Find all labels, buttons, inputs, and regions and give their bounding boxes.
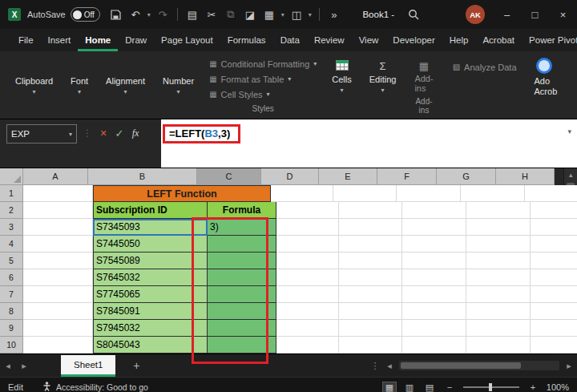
zoom-level[interactable]: 100%	[547, 382, 569, 392]
row-header-7[interactable]: 7	[0, 286, 23, 303]
col-header-d[interactable]: D	[261, 168, 319, 185]
add-ins-button[interactable]: ▦ Add-ins	[414, 60, 433, 93]
menu-draw[interactable]: Draw	[118, 29, 154, 51]
menu-insert[interactable]: Insert	[41, 29, 79, 51]
cell-e7[interactable]	[339, 286, 402, 303]
autosave-toggle[interactable]: AutoSave Off	[27, 7, 100, 22]
save-icon[interactable]	[107, 3, 126, 26]
col-header-b[interactable]: B	[88, 168, 197, 185]
row-header-5[interactable]: 5	[0, 253, 23, 269]
cell-b5[interactable]: S7545089	[93, 253, 208, 269]
cell-d10[interactable]	[276, 337, 339, 354]
cell-f8[interactable]	[402, 303, 466, 320]
formula-bar-expand-icon[interactable]: ▾	[567, 127, 571, 135]
format-painter-icon[interactable]: ◪	[240, 3, 260, 26]
cell-e1[interactable]	[333, 185, 397, 202]
col-header-e[interactable]: E	[319, 168, 377, 185]
row-header-4[interactable]: 4	[0, 236, 23, 253]
page-layout-view-icon[interactable]: ▥	[403, 382, 416, 392]
sheet-tab-sheet1[interactable]: Sheet1	[61, 355, 115, 377]
cell-e3[interactable]	[339, 219, 402, 236]
cell-h10[interactable]	[531, 337, 577, 354]
sheet-options-icon[interactable]: ⋮	[369, 361, 381, 371]
cell-h6[interactable]	[531, 269, 577, 286]
cell-f6[interactable]	[402, 269, 466, 286]
cell-a10[interactable]	[23, 337, 93, 354]
menu-power-pivot[interactable]: Power Pivot	[522, 29, 577, 51]
cell-b8[interactable]: S7845091	[93, 303, 208, 320]
maximize-button[interactable]: □	[521, 0, 549, 29]
more-commands-icon[interactable]: »	[325, 3, 344, 26]
horizontal-scrollbar[interactable]	[399, 361, 559, 370]
cell-c5[interactable]	[208, 253, 276, 269]
cell-e8[interactable]	[339, 303, 402, 320]
hscroll-left-icon[interactable]: ◂	[381, 361, 397, 371]
cell-h5[interactable]	[531, 253, 577, 269]
hscroll-right-icon[interactable]: ▸	[561, 361, 577, 371]
cell-b9[interactable]: S7945032	[93, 320, 208, 337]
cell-e9[interactable]	[339, 320, 402, 337]
cell-a9[interactable]	[23, 320, 93, 337]
undo-icon[interactable]: ↶	[126, 3, 145, 26]
cell-f10[interactable]	[402, 337, 466, 354]
menu-data[interactable]: Data	[273, 29, 307, 51]
cell-f7[interactable]	[402, 286, 466, 303]
cell-e4[interactable]	[339, 236, 402, 253]
cell-b2-subscription-header[interactable]: Subscription ID	[93, 202, 208, 219]
col-header-c[interactable]: C	[197, 168, 261, 185]
borders-icon[interactable]: ▦	[260, 3, 279, 26]
col-header-a[interactable]: A	[23, 168, 88, 185]
cut-icon[interactable]: ✂	[202, 3, 221, 26]
cell-f4[interactable]	[402, 236, 466, 253]
cell-e10[interactable]	[339, 337, 402, 354]
fill-color-icon[interactable]: ◫	[287, 3, 306, 26]
minimize-button[interactable]: –	[493, 0, 521, 29]
cell-c6[interactable]	[208, 269, 276, 286]
undo-dropdown-icon[interactable]: ▾	[145, 11, 153, 18]
cell-b1-merged-title[interactable]: LEFT Function	[93, 185, 271, 202]
cell-styles-button[interactable]: ▦ Cell Styles ▾	[209, 87, 317, 102]
cell-b10[interactable]: S8045043	[93, 337, 208, 354]
conditional-formatting-button[interactable]: ▦ Conditional Formatting ▾	[209, 56, 317, 71]
search-icon[interactable]	[404, 3, 423, 26]
cell-d5[interactable]	[276, 253, 339, 269]
cell-h4[interactable]	[531, 236, 577, 253]
row-header-2[interactable]: 2	[0, 202, 23, 219]
cell-e5[interactable]	[339, 253, 402, 269]
chevron-down-icon[interactable]: ▾	[69, 131, 72, 138]
ribbon-group-alignment[interactable]: Alignment ▾	[97, 53, 154, 119]
cell-g4[interactable]	[466, 236, 531, 253]
cell-g7[interactable]	[466, 286, 531, 303]
menu-view[interactable]: View	[352, 29, 386, 51]
cell-a5[interactable]	[23, 253, 93, 269]
cell-g1[interactable]	[461, 185, 525, 202]
cell-a2[interactable]	[23, 202, 93, 219]
row-header-1[interactable]: 1	[0, 185, 23, 202]
menu-page-layout[interactable]: Page Layout	[154, 29, 220, 51]
cell-f9[interactable]	[402, 320, 466, 337]
cell-b3-referenced[interactable]: S7345093	[93, 219, 208, 236]
cell-a7[interactable]	[23, 286, 93, 303]
cell-b4[interactable]: S7445050	[93, 236, 208, 253]
cell-f1[interactable]	[397, 185, 461, 202]
fill-dropdown-icon[interactable]: ▾	[306, 11, 314, 18]
scroll-up-icon[interactable]: ▴	[564, 168, 577, 181]
cancel-icon[interactable]: ×	[95, 124, 111, 142]
cell-h7[interactable]	[531, 286, 577, 303]
close-button[interactable]: ×	[549, 0, 577, 29]
cell-f5[interactable]	[402, 253, 466, 269]
cell-a4[interactable]	[23, 236, 93, 253]
cell-c7[interactable]	[208, 286, 276, 303]
cell-d7[interactable]	[276, 286, 339, 303]
format-as-table-button[interactable]: ▦ Format as Table ▾	[209, 71, 317, 87]
cell-d1[interactable]	[271, 185, 333, 202]
menu-formulas[interactable]: Formulas	[220, 29, 273, 51]
cell-g10[interactable]	[466, 337, 531, 354]
borders-dropdown-icon[interactable]: ▾	[279, 11, 287, 18]
cell-h1[interactable]	[525, 185, 577, 202]
cell-a6[interactable]	[23, 269, 93, 286]
add-sheet-button[interactable]: +	[128, 359, 144, 372]
cell-d4[interactable]	[276, 236, 339, 253]
cell-c10[interactable]	[208, 337, 276, 354]
cell-c3-editing[interactable]: 3)	[208, 219, 276, 236]
